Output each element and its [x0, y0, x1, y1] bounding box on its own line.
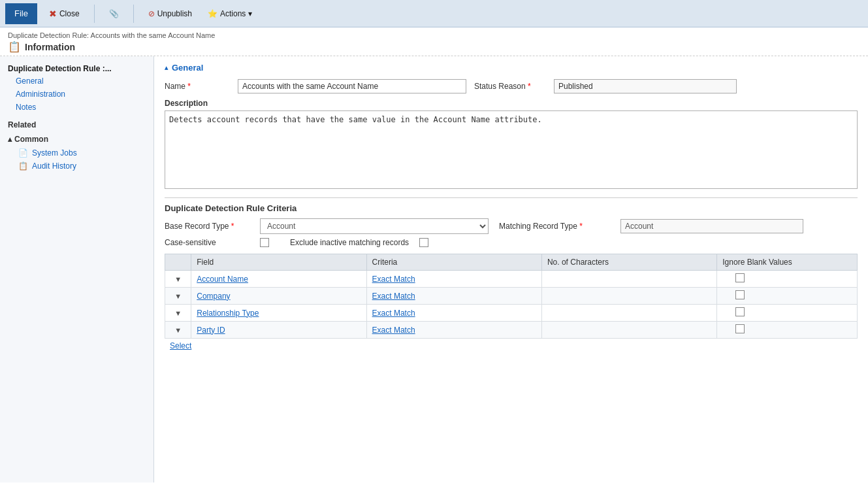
- table-row: ▼ Account Name Exact Match: [165, 271, 858, 288]
- row-ignore-blank: [717, 271, 858, 288]
- common-collapse-icon: ▴: [8, 135, 12, 144]
- attachment-icon: 📎: [109, 9, 119, 18]
- select-row: Select: [165, 339, 858, 353]
- criteria-table: Field Criteria No. of Characters Ignore …: [165, 254, 858, 339]
- case-sensitive-label: Case-sensitive: [165, 238, 249, 247]
- ignore-blank-checkbox[interactable]: [735, 290, 745, 299]
- row-criteria: Exact Match: [366, 305, 541, 322]
- row-criteria: Exact Match: [366, 322, 541, 339]
- actions-icon: ⭐: [208, 9, 217, 18]
- base-record-select[interactable]: Account: [260, 218, 489, 234]
- matching-record-input: [620, 219, 803, 233]
- col-header-field: Field: [191, 254, 366, 271]
- header-area: Duplicate Detection Rule: Accounts with …: [0, 27, 868, 56]
- field-link[interactable]: Account Name: [197, 275, 248, 284]
- base-record-row: Base Record Type * Account Matching Reco…: [165, 218, 858, 234]
- breadcrumb: Duplicate Detection Rule: Accounts with …: [8, 31, 860, 39]
- criteria-link[interactable]: Exact Match: [372, 275, 415, 284]
- separator-2: [133, 5, 134, 23]
- col-header-criteria: Criteria: [366, 254, 541, 271]
- criteria-link[interactable]: Exact Match: [372, 292, 415, 301]
- col-header-blank: Ignore Blank Values: [717, 254, 858, 271]
- status-reason-label: Status Reason *: [474, 82, 546, 91]
- close-button[interactable]: ✖ Close: [45, 7, 84, 20]
- exclude-inactive-label: Exclude inactive matching records: [290, 238, 409, 247]
- row-criteria: Exact Match: [366, 271, 541, 288]
- sidebar-rule-title: Duplicate Detection Rule :...: [0, 61, 153, 75]
- description-textarea[interactable]: Detects account records that have the sa…: [165, 110, 858, 189]
- field-link[interactable]: Party ID: [197, 326, 225, 335]
- row-chars: [541, 288, 716, 305]
- table-row: ▼ Party ID Exact Match: [165, 322, 858, 339]
- common-section-label: ▴ Common: [0, 132, 153, 146]
- toolbar: File ✖ Close 📎 ⊘ Unpublish ⭐ Actions ▾: [0, 0, 868, 27]
- row-ignore-blank: [717, 305, 858, 322]
- page-title: Information: [25, 42, 75, 52]
- exclude-inactive-checkbox[interactable]: [419, 238, 428, 247]
- audit-history-icon: 📋: [18, 161, 28, 171]
- description-label: Description: [165, 99, 858, 108]
- name-label: Name *: [165, 82, 230, 91]
- sidebar-item-system-jobs[interactable]: 📄 System Jobs: [0, 146, 153, 160]
- sidebar-item-audit-history[interactable]: 📋 Audit History: [0, 160, 153, 173]
- case-sensitive-checkbox[interactable]: [260, 238, 269, 247]
- col-header-chars: No. of Characters: [541, 254, 716, 271]
- criteria-link[interactable]: Exact Match: [372, 326, 415, 335]
- page-title-bar: 📋 Information: [8, 41, 860, 53]
- row-expand-btn[interactable]: ▼: [174, 275, 182, 283]
- row-chevron: ▼: [165, 322, 191, 339]
- case-sensitive-row: Case-sensitive Exclude inactive matching…: [165, 238, 858, 247]
- ignore-blank-checkbox[interactable]: [735, 273, 745, 282]
- row-chevron: ▼: [165, 305, 191, 322]
- criteria-title: Duplicate Detection Rule Criteria: [165, 197, 858, 213]
- row-chevron: ▼: [165, 271, 191, 288]
- close-icon: ✖: [49, 8, 57, 19]
- general-section-header: ▴ General: [165, 63, 858, 73]
- content-area: ▴ General Name * Status Reason * Descrip…: [154, 56, 868, 482]
- row-criteria: Exact Match: [366, 288, 541, 305]
- row-ignore-blank: [717, 322, 858, 339]
- criteria-link[interactable]: Exact Match: [372, 309, 415, 318]
- related-label: Related: [0, 114, 153, 132]
- row-chevron: ▼: [165, 288, 191, 305]
- unpublish-button[interactable]: ⊘ Unpublish: [144, 8, 196, 20]
- sidebar-item-general[interactable]: General: [0, 75, 153, 88]
- name-input[interactable]: [238, 79, 466, 93]
- field-link[interactable]: Company: [197, 292, 230, 301]
- row-chars: [541, 322, 716, 339]
- name-row: Name * Status Reason *: [165, 79, 858, 93]
- separator-1: [94, 5, 95, 23]
- ignore-blank-checkbox[interactable]: [735, 324, 745, 333]
- sidebar: Duplicate Detection Rule :... General Ad…: [0, 56, 154, 482]
- row-expand-btn[interactable]: ▼: [174, 326, 182, 334]
- field-link[interactable]: Relationship Type: [197, 309, 259, 318]
- ignore-blank-checkbox[interactable]: [735, 307, 745, 316]
- file-button[interactable]: File: [5, 3, 37, 24]
- general-section-label: General: [172, 63, 203, 73]
- row-expand-btn[interactable]: ▼: [174, 309, 182, 317]
- system-jobs-icon: 📄: [18, 148, 28, 158]
- matching-record-label: Matching Record Type *: [499, 222, 610, 231]
- row-field: Company: [191, 288, 366, 305]
- base-record-label: Base Record Type *: [165, 222, 249, 231]
- sidebar-item-administration[interactable]: Administration: [0, 88, 153, 101]
- row-chars: [541, 271, 716, 288]
- attachment-button[interactable]: 📎: [105, 8, 123, 20]
- unpublish-icon: ⊘: [148, 9, 155, 18]
- row-chars: [541, 305, 716, 322]
- name-required: *: [187, 82, 191, 91]
- sidebar-item-notes[interactable]: Notes: [0, 101, 153, 114]
- row-field: Account Name: [191, 271, 366, 288]
- criteria-form: Base Record Type * Account Matching Reco…: [165, 218, 858, 247]
- row-field: Party ID: [191, 322, 366, 339]
- col-header-chevron: [165, 254, 191, 271]
- select-link[interactable]: Select: [170, 341, 191, 350]
- table-row: ▼ Relationship Type Exact Match: [165, 305, 858, 322]
- general-collapse-icon: ▴: [165, 64, 168, 71]
- status-required: *: [528, 82, 531, 91]
- row-expand-btn[interactable]: ▼: [174, 292, 182, 300]
- actions-button[interactable]: ⭐ Actions ▾: [204, 8, 256, 20]
- status-reason-input[interactable]: [554, 79, 737, 93]
- table-row: ▼ Company Exact Match: [165, 288, 858, 305]
- row-ignore-blank: [717, 288, 858, 305]
